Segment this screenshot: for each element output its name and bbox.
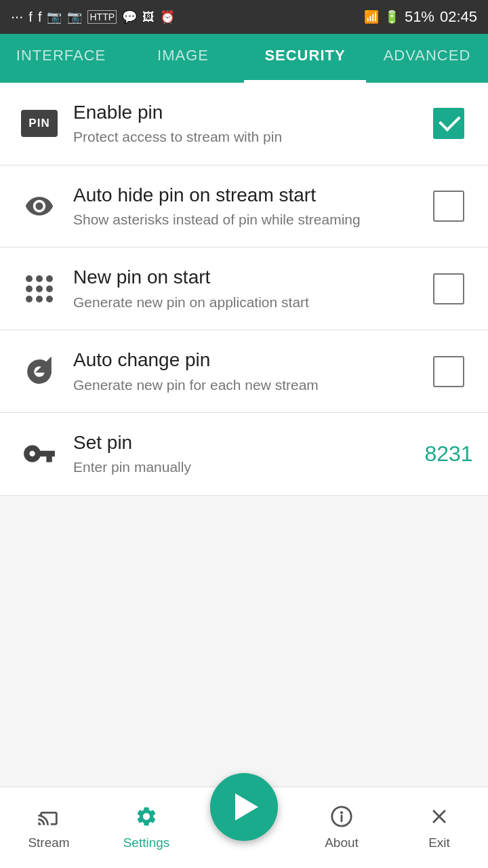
enable-pin-title: Enable pin [73,100,415,125]
enable-pin-subtitle: Protect access to stream with pin [73,127,415,146]
settings-icon [135,805,158,831]
enable-pin-checkbox[interactable] [433,108,464,139]
start-fab-button[interactable] [210,773,278,841]
set-pin-value-container[interactable]: 8231 [426,441,472,467]
facebook-icon: f [28,9,33,25]
enable-pin-control[interactable] [426,108,472,139]
settings-item-auto-hide-pin[interactable]: Auto hide pin on stream start Show aster… [0,165,488,248]
clock: 02:45 [440,8,477,26]
alarm-icon: ⏰ [160,9,175,24]
fab-container [210,773,278,841]
instagram2-icon: 📷 [67,9,82,24]
bottom-nav-exit[interactable]: Exit [390,787,488,868]
auto-change-pin-subtitle: Generate new pin for each new stream [73,376,415,395]
eye-icon [16,191,62,221]
tab-image[interactable]: IMAGE [122,34,244,83]
set-pin-title: Set pin [73,431,415,455]
signal-icon: 📶 [364,9,379,24]
new-pin-control[interactable] [426,273,472,304]
auto-hide-pin-title: Auto hide pin on stream start [73,183,415,208]
notification-dots-icon: ··· [11,8,23,26]
settings-item-enable-pin[interactable]: PIN Enable pin Protect access to stream … [0,83,488,165]
settings-list: PIN Enable pin Protect access to stream … [0,83,488,496]
instagram-icon: 📷 [47,9,62,24]
tab-advanced[interactable]: ADVANCED [366,34,488,83]
exit-label: Exit [428,835,450,850]
new-pin-checkbox[interactable] [433,273,464,304]
settings-label: Settings [123,835,170,850]
tab-interface[interactable]: INTERFACE [0,34,122,83]
new-pin-title: New pin on start [73,265,415,290]
auto-change-pin-checkbox[interactable] [433,356,464,387]
stream-label: Stream [28,835,69,850]
info-icon [330,805,353,831]
status-bar-left: ··· f f 📷 📷 HTTP 💬 🖼 ⏰ [11,8,175,26]
bottom-nav-settings[interactable]: Settings [98,787,195,868]
battery-percent: 51% [405,8,434,26]
set-pin-subtitle: Enter pin manually [73,458,415,477]
messenger-icon: 💬 [122,9,137,24]
new-pin-subtitle: Generate new pin on application start [73,293,415,312]
cast-icon [37,805,60,831]
play-icon [235,793,258,821]
refresh-icon [16,357,62,387]
close-icon [428,805,451,831]
pin-value: 8231 [424,441,472,467]
auto-change-pin-title: Auto change pin [73,348,415,372]
auto-hide-pin-checkbox[interactable] [433,191,464,222]
status-bar: ··· f f 📷 📷 HTTP 💬 🖼 ⏰ 📶 🔋 51% 02:45 [0,0,488,34]
facebook2-icon: f [38,9,42,25]
bottom-nav-stream[interactable]: Stream [0,787,98,868]
auto-hide-pin-control[interactable] [426,191,472,222]
auto-hide-pin-subtitle: Show asterisks instead of pin while stre… [73,210,415,229]
http-icon: HTTP [87,10,117,24]
tab-security[interactable]: SECURITY [244,34,366,83]
settings-item-new-pin[interactable]: New pin on start Generate new pin on app… [0,248,488,330]
gallery-icon: 🖼 [142,10,155,24]
auto-change-pin-control[interactable] [426,356,472,387]
bottom-nav-about[interactable]: About [293,787,390,868]
pin-icon: PIN [16,110,62,137]
settings-item-auto-change-pin[interactable]: Auto change pin Generate new pin for eac… [0,330,488,413]
grid-icon [16,275,62,302]
settings-item-set-pin[interactable]: Set pin Enter pin manually 8231 [0,413,488,496]
key-icon [16,437,62,471]
status-bar-right: 📶 🔋 51% 02:45 [364,8,477,26]
tab-bar: INTERFACE IMAGE SECURITY ADVANCED [0,34,488,83]
empty-space [0,496,488,645]
battery-icon: 🔋 [384,9,399,24]
about-label: About [325,835,359,850]
